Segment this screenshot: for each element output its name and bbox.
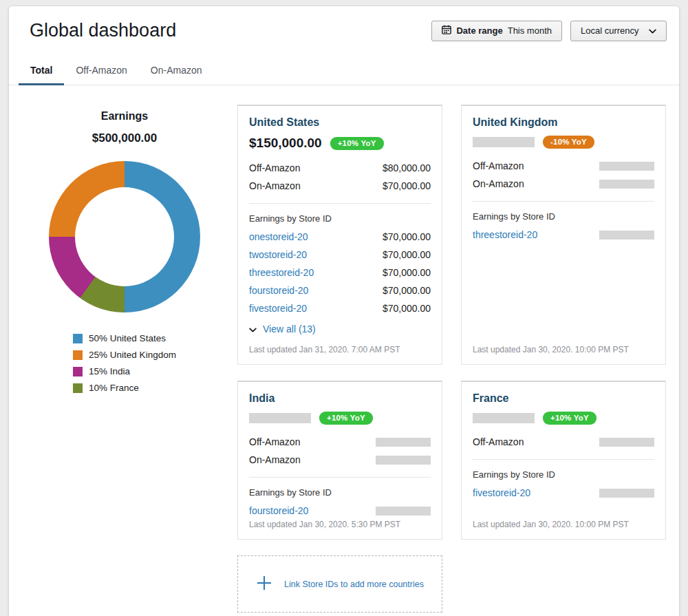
page-header: Global dashboard Date range This month L…: [9, 6, 679, 41]
store-id-link[interactable]: threestoreid-20: [473, 229, 537, 240]
channel-label: Off-Amazon: [249, 162, 300, 173]
legend-item: 25% United Kingdom: [73, 350, 176, 360]
country-card-india: India +10% YoY Off-Amazon On-Amazon Earn…: [237, 381, 442, 540]
legend-item: 50% United States: [73, 333, 176, 343]
legend-swatch: [73, 383, 83, 393]
yoy-badge: +10% YoY: [319, 412, 373, 425]
value-placeholder-bar: [599, 438, 654, 447]
last-updated-text: Last updated Jan 31, 2020. 7:00 AM PST: [249, 345, 431, 354]
divider: [473, 459, 654, 460]
date-range-value: This month: [508, 25, 552, 36]
yoy-badge: +10% YoY: [543, 412, 596, 425]
store-value: $70,000.00: [383, 303, 431, 314]
amount-placeholder-bar: [473, 413, 535, 423]
legend-item: 10% France: [73, 383, 176, 393]
country-earnings-amount: $150,000.00: [249, 136, 322, 151]
earnings-summary: Earnings $500,000.00 50% United States25…: [21, 105, 228, 613]
store-row: onestoreid-20 $70,000.00: [249, 228, 431, 246]
view-all-link[interactable]: View all (13): [263, 323, 316, 334]
legend-label: 50% United States: [89, 333, 166, 343]
tab-on-amazon[interactable]: On-Amazon: [139, 58, 214, 85]
calendar-icon: [442, 25, 451, 36]
dashboard-content: Earnings $500,000.00 50% United States25…: [9, 85, 679, 613]
last-updated-text: Last updated Jan 30, 2020. 5:30 PM PST: [249, 520, 431, 529]
legend-item: 15% India: [73, 366, 176, 376]
legend-label: 15% India: [89, 366, 130, 376]
link-store-ids-label: Link Store IDs to add more countries: [284, 580, 424, 589]
country-card-title: United Kingdom: [473, 116, 654, 129]
legend-label: 25% United Kingdom: [89, 350, 176, 360]
date-range-button[interactable]: Date range This month: [431, 21, 562, 41]
store-row: threestoreid-20: [473, 226, 654, 244]
value-placeholder-bar: [376, 456, 431, 465]
channel-label: Off-Amazon: [249, 436, 300, 447]
legend-swatch: [73, 334, 83, 343]
divider: [249, 477, 431, 478]
amount-row: +10% YoY: [249, 412, 431, 425]
country-card-title: India: [249, 392, 431, 405]
channel-row: Off-Amazon: [249, 433, 431, 451]
amount-row: $150,000.00 +10% YoY: [249, 136, 431, 151]
value-placeholder-bar: [599, 231, 654, 240]
store-id-link[interactable]: threestoreid-20: [249, 267, 314, 278]
store-id-link[interactable]: fourstoreid-20: [249, 285, 308, 296]
page-title: Global dashboard: [21, 20, 176, 41]
store-section-label: Earnings by Store ID: [473, 469, 654, 480]
value-placeholder-bar: [599, 162, 654, 171]
channel-label: On-Amazon: [473, 178, 524, 189]
channel-row: On-Amazon $70,000.00: [249, 177, 431, 195]
store-section-label: Earnings by Store ID: [249, 487, 431, 498]
store-id-link[interactable]: twostoreid-20: [249, 249, 307, 260]
store-value: $70,000.00: [383, 231, 431, 242]
store-id-link[interactable]: fivestoreid-20: [473, 487, 530, 498]
store-row: fivestoreid-20 $70,000.00: [249, 299, 431, 317]
legend-label: 10% France: [89, 383, 139, 393]
channel-label: Off-Amazon: [473, 436, 524, 447]
store-value: $70,000.00: [383, 267, 431, 278]
yoy-badge: +10% YoY: [330, 137, 384, 150]
value-placeholder-bar: [376, 507, 431, 516]
country-card-united-kingdom: United Kingdom -10% YoY Off-Amazon On-Am…: [461, 105, 666, 365]
country-card-title: United States: [249, 116, 431, 129]
store-row: twostoreid-20 $70,000.00: [249, 246, 431, 264]
earnings-total: $500,000.00: [21, 131, 228, 145]
tab-total[interactable]: Total: [19, 58, 64, 85]
chevron-down-icon: [649, 25, 656, 36]
store-value: $70,000.00: [383, 285, 431, 296]
earnings-legend: 50% United States25% United Kingdom15% I…: [73, 333, 176, 393]
currency-value: Local currency: [581, 25, 639, 36]
store-id-link[interactable]: fivestoreid-20: [249, 303, 307, 314]
store-id-link[interactable]: onestoreid-20: [249, 231, 308, 242]
store-id-link[interactable]: fourstoreid-20: [249, 505, 308, 516]
amount-placeholder-bar: [249, 413, 311, 423]
store-row: threestoreid-20 $70,000.00: [249, 264, 431, 282]
country-cards-grid: United States $150,000.00 +10% YoY Off-A…: [237, 105, 666, 613]
currency-select[interactable]: Local currency: [570, 21, 667, 41]
plus-icon: [256, 575, 272, 594]
yoy-badge: -10% YoY: [543, 136, 594, 149]
link-store-ids-button[interactable]: Link Store IDs to add more countries: [237, 555, 442, 613]
channel-row: On-Amazon: [473, 175, 654, 193]
store-row: fourstoreid-20: [249, 502, 431, 520]
amount-row: +10% YoY: [473, 412, 654, 425]
divider: [473, 201, 654, 202]
store-section-label: Earnings by Store ID: [473, 211, 654, 222]
channel-row: Off-Amazon $80,000.00: [249, 159, 431, 177]
divider: [249, 203, 431, 204]
store-value: $70,000.00: [383, 249, 431, 260]
store-row: fourstoreid-20 $70,000.00: [249, 282, 431, 299]
earnings-chart-title: Earnings: [21, 110, 228, 123]
tab-off-amazon[interactable]: Off-Amazon: [64, 58, 138, 85]
channel-label: On-Amazon: [249, 180, 301, 191]
country-card-france: France +10% YoY Off-Amazon Earnings by S…: [461, 381, 666, 540]
store-section-label: Earnings by Store ID: [249, 213, 431, 224]
global-dashboard-panel: Global dashboard Date range This month L…: [8, 6, 680, 616]
channel-value: $70,000.00: [383, 180, 431, 191]
view-all-control[interactable]: View all (13): [249, 323, 431, 334]
channel-label: Off-Amazon: [473, 160, 524, 171]
channel-value: $80,000.00: [383, 162, 431, 173]
last-updated-text: Last updated Jan 30, 2020. 10:00 PM PST: [473, 345, 654, 354]
country-card-united-states: United States $150,000.00 +10% YoY Off-A…: [237, 105, 442, 365]
value-placeholder-bar: [599, 180, 654, 189]
store-row: fivestoreid-20: [473, 484, 654, 502]
